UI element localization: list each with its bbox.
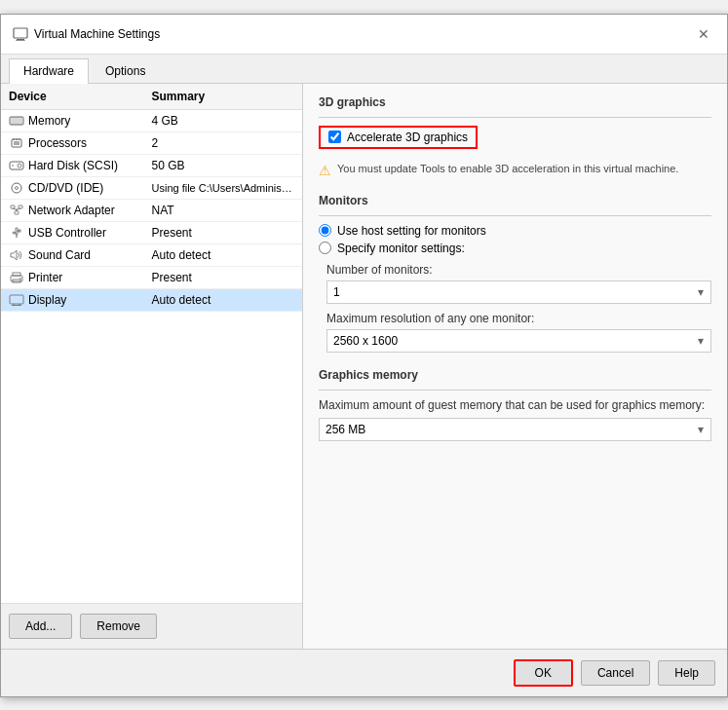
radio-use-host-input[interactable]: [319, 224, 331, 237]
cancel-button[interactable]: Cancel: [581, 660, 650, 686]
cddvd-icon: [9, 182, 24, 194]
device-row-memory[interactable]: Memory 4 GB: [1, 110, 302, 132]
device-name-sound: Sound Card: [28, 248, 91, 262]
device-table-header: Device Summary: [1, 84, 302, 110]
monitor-radio-group: Use host setting for monitors Specify mo…: [319, 224, 711, 255]
warning-text: You must update Tools to enable 3D accel…: [337, 163, 678, 174]
accelerate-3d-checkbox[interactable]: [328, 131, 341, 143]
max-resolution-select[interactable]: 2560 x 1600: [326, 329, 711, 353]
section-3d-graphics: 3D graphics Accelerate 3D graphics ⚠ You…: [319, 95, 711, 178]
accelerate-3d-label[interactable]: Accelerate 3D graphics: [319, 126, 478, 149]
device-name-processors: Processors: [28, 136, 87, 150]
sound-icon: [9, 249, 24, 261]
divider-monitors: [319, 215, 711, 216]
usb-icon: [9, 227, 24, 239]
help-button[interactable]: Help: [658, 660, 715, 686]
virtual-machine-settings-window: Virtual Machine Settings ✕ Hardware Opti…: [0, 14, 728, 697]
title-bar: Virtual Machine Settings ✕: [1, 15, 727, 55]
device-name-display: Display: [28, 293, 66, 307]
divider-3d: [319, 117, 711, 118]
display-icon: [9, 294, 24, 306]
title-bar-left: Virtual Machine Settings: [13, 26, 160, 42]
device-summary-printer: Present: [152, 271, 295, 284]
device-row-harddisk[interactable]: Hard Disk (SCSI) 50 GB: [1, 155, 302, 177]
radio-use-host[interactable]: Use host setting for monitors: [319, 224, 711, 238]
svg-rect-20: [11, 206, 15, 208]
device-summary-network: NAT: [152, 204, 295, 217]
svg-point-35: [19, 278, 21, 280]
device-row-display[interactable]: ➤ Display Auto detect: [1, 289, 302, 312]
svg-rect-0: [14, 28, 27, 38]
device-name-printer: Printer: [28, 271, 62, 284]
header-device: Device: [9, 90, 152, 103]
divider-graphics-memory: [319, 390, 711, 391]
memory-icon: [9, 115, 24, 127]
add-button[interactable]: Add...: [9, 614, 72, 639]
device-row-cddvd[interactable]: CD/DVD (IDE) Using file C:\Users\Adminis…: [1, 177, 302, 200]
window-title: Virtual Machine Settings: [34, 27, 160, 41]
device-summary-usb: Present: [152, 226, 295, 240]
radio-use-host-label: Use host setting for monitors: [337, 224, 486, 238]
svg-point-16: [18, 164, 21, 168]
device-name-memory: Memory: [28, 114, 70, 128]
device-summary-harddisk: 50 GB: [152, 159, 295, 172]
tab-bar: Hardware Options: [1, 55, 727, 84]
processor-icon: [9, 137, 24, 149]
svg-rect-21: [15, 211, 19, 214]
section-monitors: Monitors Use host setting for monitors S…: [319, 194, 711, 353]
bottom-bar: OK Cancel Help: [1, 649, 727, 696]
max-resolution-select-wrapper: 2560 x 1600: [326, 329, 711, 353]
tab-hardware[interactable]: Hardware: [9, 58, 89, 84]
vm-title-icon: [13, 26, 28, 42]
svg-rect-33: [13, 273, 20, 276]
device-row-sound[interactable]: Sound Card Auto detect: [1, 244, 302, 267]
device-row-printer[interactable]: Printer Present: [1, 267, 302, 289]
num-monitors-label: Number of monitors:: [326, 263, 711, 277]
graphics-memory-select-wrapper: 256 MB: [319, 418, 711, 441]
max-resolution-label: Maximum resolution of any one monitor:: [326, 312, 711, 325]
right-panel: 3D graphics Accelerate 3D graphics ⚠ You…: [303, 84, 727, 649]
warning-row: ⚠ You must update Tools to enable 3D acc…: [319, 163, 711, 178]
3d-graphics-title: 3D graphics: [319, 95, 711, 109]
device-summary-memory: 4 GB: [152, 114, 295, 128]
svg-rect-2: [16, 40, 25, 41]
svg-point-18: [12, 183, 21, 193]
radio-specify-label: Specify monitor settings:: [337, 242, 465, 255]
device-name-usb: USB Controller: [28, 226, 106, 240]
monitors-title: Monitors: [319, 194, 711, 207]
main-content: Device Summary: [1, 84, 727, 649]
monitor-settings-group: Number of monitors: 1 Maximum resolution…: [326, 263, 711, 353]
harddisk-icon: [9, 160, 24, 171]
accelerate-3d-checkbox-wrapper: Accelerate 3D graphics: [319, 126, 711, 157]
device-row-usb[interactable]: USB Controller Present: [1, 222, 302, 244]
left-panel: Device Summary: [1, 84, 303, 649]
device-name-network: Network Adapter: [28, 204, 115, 217]
printer-icon: [9, 272, 24, 283]
device-row-network[interactable]: Network Adapter NAT: [1, 200, 302, 222]
section-graphics-memory: Graphics memory Maximum amount of guest …: [319, 368, 711, 441]
device-summary-display: Auto detect: [152, 293, 295, 307]
svg-rect-1: [17, 39, 24, 41]
device-row-processors[interactable]: Processors 2: [1, 132, 302, 155]
left-button-bar: Add... Remove: [1, 603, 302, 649]
svg-rect-36: [10, 295, 23, 304]
device-summary-processors: 2: [152, 136, 295, 150]
tab-options[interactable]: Options: [91, 58, 160, 83]
radio-specify[interactable]: Specify monitor settings:: [319, 242, 711, 255]
close-button[interactable]: ✕: [692, 22, 715, 46]
device-name-harddisk: Hard Disk (SCSI): [28, 159, 118, 172]
device-table: Device Summary: [1, 84, 302, 603]
svg-rect-22: [19, 206, 22, 208]
device-name-cddvd: CD/DVD (IDE): [28, 181, 103, 195]
accelerate-3d-text: Accelerate 3D graphics: [347, 131, 468, 144]
graphics-memory-title: Graphics memory: [319, 368, 711, 382]
graphics-memory-desc: Maximum amount of guest memory that can …: [319, 398, 711, 412]
header-summary: Summary: [152, 90, 295, 103]
ok-button[interactable]: OK: [514, 659, 573, 687]
graphics-memory-select[interactable]: 256 MB: [319, 418, 711, 441]
network-icon: [9, 205, 24, 216]
remove-button[interactable]: Remove: [80, 614, 157, 639]
num-monitors-select-wrapper: 1: [326, 280, 711, 304]
radio-specify-input[interactable]: [319, 242, 331, 254]
num-monitors-select[interactable]: 1: [326, 280, 711, 304]
